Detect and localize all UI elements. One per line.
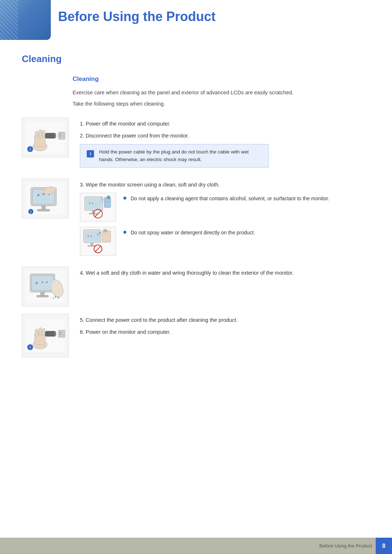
svg-rect-3 xyxy=(35,131,38,138)
svg-point-32 xyxy=(89,202,90,204)
svg-point-62 xyxy=(42,282,44,283)
svg-text:i: i xyxy=(30,345,31,349)
wipe-screen-illustration: ✦ i xyxy=(22,178,69,218)
svg-rect-71 xyxy=(35,329,38,336)
svg-rect-29 xyxy=(86,198,102,209)
step-block-3: ✦ i 3. Wipe the monitor screen using a c… xyxy=(22,178,370,260)
svg-rect-6 xyxy=(45,133,56,138)
svg-rect-4 xyxy=(39,130,42,138)
step2-text: 2. Disconnect the power cord from the mo… xyxy=(80,131,370,140)
svg-text:i: i xyxy=(30,147,31,151)
page-number: 8 xyxy=(376,538,392,554)
page-header: Before Using the Product xyxy=(0,0,392,42)
svg-point-51 xyxy=(99,232,101,234)
intro-text-2: Take the following steps when cleaning. xyxy=(22,100,370,108)
footer-text: Before Using the Product xyxy=(319,543,376,549)
svg-rect-79 xyxy=(60,334,61,335)
svg-rect-45 xyxy=(90,243,93,246)
header-blue-decoration xyxy=(0,0,51,40)
step1-content: 1. Power off the monitor and computer. 2… xyxy=(80,118,370,171)
warning-icon-1: ! xyxy=(85,149,95,159)
svg-rect-9 xyxy=(58,132,65,139)
bullet-text-2: Do not spray water or detergent directly… xyxy=(131,229,255,237)
bullet-dot-1 xyxy=(123,197,126,200)
svg-rect-8 xyxy=(54,136,56,137)
bullet-row-2: Do not spray water or detergent directly… xyxy=(80,227,370,256)
warning-box-1: ! Hold the power cable by the plug and d… xyxy=(80,144,269,168)
step4-text: 4. Wet a soft and dry cloth in water and… xyxy=(80,268,370,278)
step-block-4: ✦ 4. Wet a soft and dry cloth in water a… xyxy=(22,267,370,307)
svg-rect-76 xyxy=(54,334,56,335)
svg-point-66 xyxy=(57,296,59,299)
step3-text: 3. Wipe the monitor screen using a clean… xyxy=(80,180,370,189)
svg-rect-72 xyxy=(39,328,42,336)
svg-rect-44 xyxy=(85,231,100,241)
svg-rect-73 xyxy=(42,328,45,336)
subsection-title: Cleaning xyxy=(22,75,370,83)
svg-rect-77 xyxy=(58,330,65,337)
page-footer: Before Using the Product 8 xyxy=(0,538,392,554)
svg-rect-74 xyxy=(45,331,56,336)
svg-rect-49 xyxy=(102,231,111,242)
svg-point-48 xyxy=(90,235,92,237)
svg-point-47 xyxy=(87,235,89,237)
svg-rect-7 xyxy=(54,134,56,135)
svg-rect-75 xyxy=(54,332,56,333)
svg-text:i: i xyxy=(30,210,32,214)
step56-content: 5. Connect the power cord to the product… xyxy=(80,314,370,339)
svg-rect-50 xyxy=(103,229,107,232)
power-on-illustration: i xyxy=(22,314,69,357)
step5-text: 5. Connect the power cord to the product… xyxy=(80,316,370,325)
step-block-56: i 5. Connect the power cord to the produ… xyxy=(22,314,370,357)
svg-point-63 xyxy=(46,282,48,283)
section-title: Cleaning xyxy=(22,50,370,65)
svg-rect-5 xyxy=(42,130,45,138)
bullet-text-1: Do not apply a cleaning agent that conta… xyxy=(131,194,329,202)
svg-rect-20 xyxy=(37,209,50,211)
svg-point-33 xyxy=(92,202,93,204)
main-content: Cleaning Cleaning Exercise care when cle… xyxy=(0,42,392,386)
no-spray-illustration xyxy=(80,227,116,256)
svg-rect-60 xyxy=(37,295,48,297)
svg-text:✦: ✦ xyxy=(36,192,41,198)
step3-content: 3. Wipe the monitor screen using a clean… xyxy=(80,178,370,260)
svg-rect-78 xyxy=(60,332,61,333)
svg-point-67 xyxy=(53,297,54,299)
svg-text:!: ! xyxy=(90,151,91,157)
svg-point-52 xyxy=(97,233,99,235)
step4-content: 4. Wet a soft and dry cloth in water and… xyxy=(80,267,370,280)
step6-text: 6. Power on the monitor and computer. xyxy=(80,328,370,337)
step1-text: 1. Power off the monitor and computer. xyxy=(80,119,370,128)
intro-text-1: Exercise care when cleaning as the panel… xyxy=(22,89,370,97)
bullet-dot-2 xyxy=(123,231,126,234)
bullet-row-1: Do not apply a cleaning agent that conta… xyxy=(80,193,370,222)
svg-rect-10 xyxy=(60,134,61,135)
svg-rect-11 xyxy=(60,136,61,136)
wet-cloth-illustration: ✦ xyxy=(22,267,69,307)
power-off-illustration: i xyxy=(22,118,69,157)
svg-text:✦: ✦ xyxy=(34,280,39,286)
svg-point-53 xyxy=(98,235,100,237)
page-title: Before Using the Product xyxy=(0,0,392,32)
header-stripe xyxy=(0,0,18,40)
warning-text-1: Hold the power cable by the plug and do … xyxy=(99,148,263,164)
svg-rect-35 xyxy=(107,196,110,199)
svg-point-65 xyxy=(55,296,56,298)
step-block-1: i 1. Power off the monitor and computer.… xyxy=(22,118,370,171)
no-alcohol-illustration xyxy=(80,193,116,222)
